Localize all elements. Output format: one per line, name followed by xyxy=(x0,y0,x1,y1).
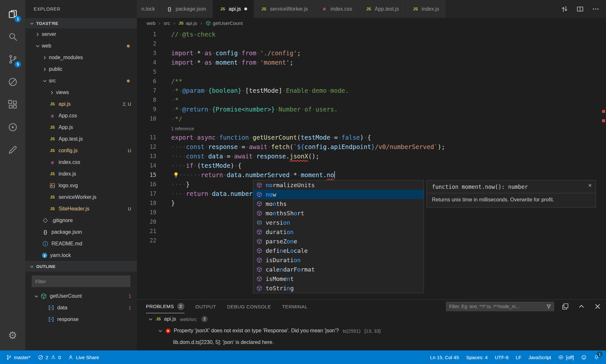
activity-debug[interactable] xyxy=(0,70,25,93)
breadcrumb-api.js[interactable]: JSapi.js xyxy=(178,20,197,26)
breadcrumb-web[interactable]: web xyxy=(147,20,156,26)
status-cursor-position[interactable]: Ln 15, Col 45 xyxy=(426,350,462,364)
lightbulb-icon[interactable] xyxy=(172,171,180,179)
more-actions-icon[interactable] xyxy=(592,5,600,13)
suggestion-toString[interactable]: toString xyxy=(253,284,424,293)
split-editor-icon[interactable] xyxy=(576,5,584,13)
tab-App.test.js[interactable]: JSApp.test.js xyxy=(359,0,406,18)
outline-item-getUserCount[interactable]: getUserCount1 xyxy=(25,290,137,302)
outline-item-data[interactable]: data1 xyxy=(25,302,137,314)
status-blame-toggle[interactable]: [off] xyxy=(555,350,578,364)
tree-item-logo.svg[interactable]: logo.svg xyxy=(25,180,137,191)
tree-item-server[interactable]: server xyxy=(25,28,137,40)
tab-n.lock[interactable]: n.lock xyxy=(137,0,160,18)
suggestion-months[interactable]: months xyxy=(253,199,424,209)
status-live-share[interactable]: Live Share xyxy=(64,350,103,364)
tree-item-web[interactable]: web xyxy=(25,40,137,52)
problems-filter-input[interactable] xyxy=(449,304,546,309)
status-feedback[interactable] xyxy=(578,350,590,364)
status-branch[interactable]: master* xyxy=(3,350,34,364)
tree-item-src[interactable]: src xyxy=(25,75,137,87)
tree-item-index.css[interactable]: #index.css xyxy=(25,156,137,168)
activity-settings[interactable]: ⚙ xyxy=(0,324,25,347)
code-line-3[interactable]: 3import·*·as·config·from·'./config'; xyxy=(137,48,606,58)
activity-run[interactable] xyxy=(0,116,25,138)
tree-item-api.js[interactable]: JSapi.js2, U xyxy=(25,98,137,110)
status-encoding[interactable]: UTF-8 xyxy=(491,350,512,364)
outline-section-header[interactable]: OUTLINE xyxy=(25,261,137,272)
tab-index.css[interactable]: #index.css xyxy=(315,0,359,18)
suggestion-duration[interactable]: duration xyxy=(253,227,424,237)
suggestion-defineLocale[interactable]: defineLocale xyxy=(253,246,424,255)
panel-tab-problems[interactable]: PROBLEMS2 xyxy=(146,300,184,313)
tree-item-serviceWorker.js[interactable]: JSserviceWorker.js xyxy=(25,191,137,203)
tree-item-public[interactable]: public xyxy=(25,63,137,75)
suggestion-now[interactable]: now xyxy=(253,190,424,199)
suggestion-isDuration[interactable]: isDuration xyxy=(253,255,424,265)
code-line-9[interactable]: 9·*·@return·{Promise<number>}·Number·of·… xyxy=(137,105,606,114)
suggestion-version[interactable]: version xyxy=(253,218,424,227)
tree-item-App.css[interactable]: #App.css xyxy=(25,110,137,122)
suggestion-parseZone[interactable]: parseZone xyxy=(253,237,424,246)
status-language-mode[interactable]: JavaScript xyxy=(525,350,555,364)
close-icon[interactable] xyxy=(594,303,601,310)
tree-item-node_modules[interactable]: node_modules xyxy=(25,52,137,63)
activity-search[interactable] xyxy=(0,25,25,48)
activity-source-control[interactable]: 5 xyxy=(0,48,25,70)
close-icon[interactable] xyxy=(588,183,592,188)
breadcrumb-getUserCount[interactable]: getUserCount xyxy=(205,20,243,26)
code-line-4[interactable]: 4import·*·as·moment·from·'moment'; xyxy=(137,58,606,67)
stacked-panels-icon[interactable] xyxy=(561,303,569,310)
status-problems[interactable]: 2⚠0 xyxy=(34,350,65,364)
tab-serviceWorker.js[interactable]: JSserviceWorker.js xyxy=(254,0,314,18)
compare-changes-icon[interactable] xyxy=(561,5,568,13)
status-indentation[interactable]: Spaces: 4 xyxy=(462,350,491,364)
project-section-header[interactable]: TOAST'RE xyxy=(25,18,137,28)
activity-extensions[interactable] xyxy=(0,93,25,116)
dirty-indicator[interactable] xyxy=(244,7,247,10)
code-line-15[interactable]: 15········return·data.numberServed·*·mom… xyxy=(137,170,606,180)
breadcrumb-src[interactable]: src xyxy=(164,20,170,26)
code-line-11[interactable]: 11export·async·function·getUserCount(tes… xyxy=(137,133,606,142)
problem-row-error[interactable]: Property 'jsonX' does not exist on type … xyxy=(137,325,606,337)
tab-package.json[interactable]: {}package.json xyxy=(160,0,213,18)
tree-item-index.js[interactable]: JSindex.js xyxy=(25,168,137,180)
activity-explorer[interactable]: 1 xyxy=(0,3,25,25)
tab-index.js[interactable]: JSindex.js xyxy=(406,0,446,18)
tree-item-App.js[interactable]: JSApp.js xyxy=(25,122,137,133)
tree-item-package.json[interactable]: {}package.json xyxy=(25,226,137,238)
status-eol[interactable]: LF xyxy=(512,350,525,364)
tree-item-SiteHeader.js[interactable]: JSSiteHeader.jsU xyxy=(25,203,137,215)
code-line-1[interactable]: 1//·@ts-check xyxy=(137,30,606,39)
panel-tab-terminal[interactable]: TERMINAL xyxy=(282,300,308,313)
tree-item-README.md[interactable]: README.md xyxy=(25,238,137,250)
code-line-6[interactable]: 6/** xyxy=(137,77,606,86)
status-notifications[interactable]: 1 xyxy=(590,350,603,364)
outline-item-response[interactable]: response xyxy=(25,314,137,325)
problem-row-file[interactable]: JSapi.jsweb/src2 xyxy=(137,313,606,325)
tab-api.js[interactable]: JSapi.js xyxy=(213,0,254,18)
code-line-8[interactable]: 8·* xyxy=(137,95,606,105)
tree-item-config.js[interactable]: JSconfig.jsU xyxy=(25,145,137,156)
tree-item-App.test.js[interactable]: JSApp.test.js xyxy=(25,133,137,145)
panel-tab-output[interactable]: OUTPUT xyxy=(195,300,216,313)
suggestion-monthsShort[interactable]: monthsShort xyxy=(253,209,424,218)
tree-item-views[interactable]: views xyxy=(25,87,137,98)
funnel-icon[interactable] xyxy=(546,304,552,309)
code-line-14[interactable]: 14····if·(testMode)·{ xyxy=(137,161,606,170)
activity-edit[interactable] xyxy=(0,138,25,161)
code-line-13[interactable]: 13····const·data·=·await·response.jsonX(… xyxy=(137,152,606,161)
suggestion-calendarFormat[interactable]: calendarFormat xyxy=(253,265,424,274)
code-line-2[interactable]: 2 xyxy=(137,39,606,48)
suggestion-normalizeUnits[interactable]: normalizeUnits xyxy=(253,180,424,190)
code-line-12[interactable]: 12····const·response·=·await·fetch(`${co… xyxy=(137,142,606,152)
suggestion-isMoment[interactable]: isMoment xyxy=(253,274,424,284)
problem-row-related[interactable]: lib.dom.d.ts[2230, 5]: 'json' is declare… xyxy=(137,337,606,348)
code-line-7[interactable]: 7·*·@param·{boolean}·[testMode]·Enable·d… xyxy=(137,86,606,95)
outline-filter-input[interactable] xyxy=(32,275,130,287)
code-line-10[interactable]: 10·*/ xyxy=(137,114,606,123)
tree-item-.gitignore[interactable]: .gitignore xyxy=(25,215,137,226)
code-line-5[interactable]: 5 xyxy=(137,67,606,77)
panel-tab-debug-console[interactable]: DEBUG CONSOLE xyxy=(227,300,271,313)
tree-item-yarn.lock[interactable]: yyarn.lock xyxy=(25,250,137,261)
